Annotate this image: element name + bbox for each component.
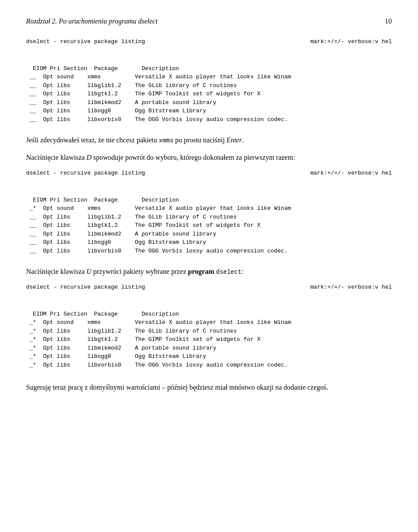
table-3-header: EIOM Pri Section Package Description [33,311,179,317]
code-right-1: mark:+/=/- verbose:v hel [310,38,392,45]
paragraph-2: Naciśnięcie klawisza D spowoduje powrót … [26,152,392,163]
paragraph-2-text-before: Naciśnięcie klawisza [26,154,87,161]
paragraph-2-text-after: spowoduje powrót do wyboru, którego doko… [91,154,295,161]
table-3-row-3: _* Opt libs libgtk1.2 The GIMP Toolkit s… [26,336,260,343]
table-1-row-5: __ Opt libs libogg0 Ogg Bitstream Librar… [26,108,206,114]
table-1-row-3: __ Opt libs libgtk1.2 The GIMP Toolkit s… [26,91,260,97]
paragraph-3-text-after: : [242,268,243,275]
paragraph-1-code: xmms [159,137,174,144]
paragraph-3: Naciśnięcie klawisza U przywróci pakiety… [26,266,392,277]
table-2-row-2: __ Opt libs libglib1.2 The GLib library … [26,214,237,220]
paragraph-3-italic: U [87,268,92,275]
paragraph-3-text-middle: przywróci pakiety wybrane przez [91,268,188,275]
code-right-3: mark:+/=/- verbose:v hel [310,284,392,290]
paragraph-3-code: dselect [216,269,242,276]
paragraph-3-bold: program [188,268,214,275]
chapter-title: Rozdział 2. Po uruchomieniu programu dse… [26,17,158,25]
code-left-2: dselect - recursive package listing [26,170,145,176]
paragraph-3-text-before: Naciśnięcie klawisza [26,268,87,275]
table-3-row-2: _* Opt libs libglib1.2 The GLib library … [26,328,237,334]
paragraph-2-italic: D [87,154,92,161]
table-1-row-4: __ Opt libs libmikmod2 A portable sound … [26,99,216,106]
code-header-1: dselect - recursive package listing mark… [26,38,392,45]
paragraph-1-end: . [242,136,244,144]
table-3: EIOM Pri Section Package Description _* … [26,297,392,374]
table-3-row-4: _* Opt libs libmikmod2 A portable sound … [26,345,216,351]
table-1-row-2: __ Opt libs libglib1.2 The GLib library … [26,82,237,89]
page-number: 10 [385,17,392,25]
code-header-3: dselect - recursive package listing mark… [26,284,392,290]
paragraph-1-italic: Enter [226,136,242,144]
table-1-row-6: __ Opt libs libvorbis0 The OGG Vorbis lo… [26,116,288,123]
page-header: Rozdział 2. Po uruchomieniu programu dse… [26,17,392,25]
paragraph-1: Jeśli zdecydowałeś teraz, że nie chcesz … [26,135,392,145]
table-1-row-1: __ Opt sound xmms Versatile X audio play… [26,74,291,80]
paragraph-4-text: Sugeruję teraz pracę z domyślnymi wartoś… [26,384,328,391]
code-header-2: dselect - recursive package listing mark… [26,170,392,176]
table-1: EIOM Pri Section Package Description __ … [26,51,392,128]
table-2-row-1: _* Opt sound xmms Versatile X audio play… [26,205,291,212]
table-2-row-4: __ Opt libs libmikmod2 A portable sound … [26,231,216,237]
paragraph-1-text-before: Jeśli zdecydowałeś teraz, że nie chcesz … [26,136,159,144]
table-2: EIOM Pri Section Package Description _* … [26,183,392,259]
paragraph-4: Sugeruję teraz pracę z domyślnymi wartoś… [26,382,392,393]
paragraph-1-text-after: po prostu naciśnij [173,136,226,144]
table-3-row-1: _* Opt sound xmms Versatile X audio play… [26,319,291,326]
table-2-row-3: __ Opt libs libgtk1.2 The GIMP Toolkit s… [26,222,260,229]
code-left-3: dselect - recursive package listing [26,284,145,290]
table-3-row-6: _* Opt libs libvorbis0 The OGG Vorbis lo… [26,362,288,368]
table-3-row-5: _* Opt libs libogg0 Ogg Bitstream Librar… [26,353,206,360]
code-right-2: mark:+/=/- verbose:v hel [310,170,392,176]
table-1-header: EIOM Pri Section Package Description [33,65,179,72]
table-2-header: EIOM Pri Section Package Description [33,197,179,203]
code-left-1: dselect - recursive package listing [26,38,145,45]
table-2-row-5: __ Opt libs libogg0 Ogg Bitstream Librar… [26,239,206,246]
table-2-row-6: __ Opt libs libvorbis0 The OGG Vorbis lo… [26,248,288,254]
